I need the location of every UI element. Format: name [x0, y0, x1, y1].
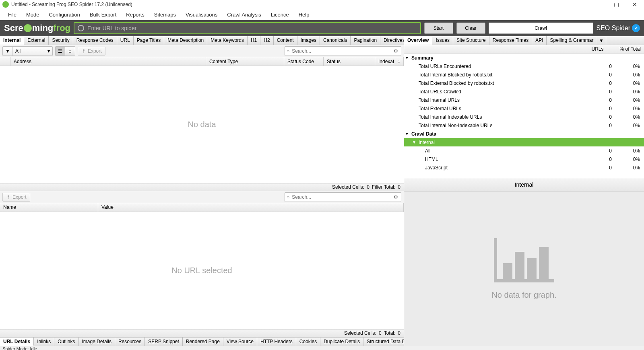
btab-http-headers[interactable]: HTTP Headers	[257, 338, 296, 346]
tree-row[interactable]: HTML00%	[404, 155, 644, 163]
tree-row[interactable]: Total External Blocked by robots.txt00%	[404, 79, 644, 87]
search-options-icon[interactable]: ⚙	[392, 194, 399, 201]
btab-url-details[interactable]: URL Details	[0, 338, 34, 346]
tree-row[interactable]: Total Internal URLs00%	[404, 96, 644, 104]
tab-external[interactable]: External	[24, 36, 49, 45]
search-input[interactable]	[290, 48, 392, 54]
main-statusline: Selected Cells:0 Filter Total:0	[0, 183, 404, 191]
sort-icon: ↕	[398, 59, 400, 64]
rtab-site-structure[interactable]: Site Structure	[453, 36, 489, 45]
list-view-button[interactable]: ☰	[56, 47, 65, 56]
btab-image-details[interactable]: Image Details	[79, 338, 115, 346]
lower-search-box[interactable]: ○ ⚙	[285, 192, 401, 202]
menu-bulk-export[interactable]: Bulk Export	[85, 10, 121, 19]
tree-row[interactable]: Total Internal Indexable URLs00%	[404, 113, 644, 121]
tab-content[interactable]: Content	[274, 36, 297, 45]
rtab-api[interactable]: API	[532, 36, 547, 45]
statusbar: Spider Mode: Idle	[0, 346, 644, 350]
col-content-type[interactable]: Content Type	[206, 57, 284, 66]
menu-help[interactable]: Help	[294, 10, 314, 19]
col-status-code[interactable]: Status Code	[284, 57, 324, 66]
tree-row[interactable]: Total URLs Crawled00%	[404, 87, 644, 96]
lower-search-input[interactable]	[290, 194, 392, 200]
col-index[interactable]	[0, 57, 10, 66]
tab-pagination[interactable]: Pagination	[351, 36, 380, 45]
rtab-spelling[interactable]: Spelling & Grammar	[547, 36, 597, 45]
col-name[interactable]: Name	[0, 203, 98, 212]
menu-crawl-analysis[interactable]: Crawl Analysis	[222, 10, 266, 19]
menu-sitemaps[interactable]: Sitemaps	[149, 10, 181, 19]
btab-view-source[interactable]: View Source	[223, 338, 257, 346]
chart-panel: Internal No data for graph.	[404, 178, 644, 346]
seo-spider-label: SEO Spider ✔	[597, 24, 640, 32]
export-icon: ⭱	[81, 48, 86, 54]
tab-response-codes[interactable]: Response Codes	[73, 36, 117, 45]
tree-row[interactable]: JavaScript00%	[404, 163, 644, 172]
tab-canonicals[interactable]: Canonicals	[320, 36, 351, 45]
tab-page-titles[interactable]: Page Titles	[134, 36, 164, 45]
menu-reports[interactable]: Reports	[121, 10, 149, 19]
twitter-icon[interactable]: ✔	[632, 24, 640, 32]
tree-row[interactable]: ▼Summary	[404, 54, 644, 62]
tab-meta-keywords[interactable]: Meta Keywords	[207, 36, 248, 45]
tree-row[interactable]: Total Internal Blocked by robots.txt00%	[404, 70, 644, 79]
menubar: File Mode Configuration Bulk Export Repo…	[0, 9, 644, 20]
start-button[interactable]: Start	[424, 23, 453, 34]
rtab-overflow[interactable]: ▼	[597, 36, 606, 45]
window-title: Untitled - Screaming Frog SEO Spider 17.…	[11, 2, 132, 7]
close-button[interactable]: ✕	[625, 0, 644, 9]
tree-row[interactable]: ▼Internal	[404, 138, 644, 146]
btab-cookies[interactable]: Cookies	[296, 338, 320, 346]
minimize-button[interactable]: —	[588, 0, 607, 9]
rtab-response-times[interactable]: Response Times	[489, 36, 532, 45]
filter-selector[interactable]: ▼ All ▾	[2, 46, 53, 56]
tree-row[interactable]: Total External URLs00%	[404, 104, 644, 113]
menu-configuration[interactable]: Configuration	[44, 10, 85, 19]
url-input-box[interactable]	[74, 22, 421, 34]
frog-icon	[24, 24, 32, 32]
crawl-dropdown[interactable]: Crawl	[489, 23, 593, 34]
tab-security[interactable]: Security	[49, 36, 73, 45]
btab-outlinks[interactable]: Outlinks	[54, 338, 78, 346]
clear-button[interactable]: Clear	[456, 23, 485, 34]
rtab-overview[interactable]: Overview	[404, 36, 432, 45]
titlebar: Untitled - Screaming Frog SEO Spider 17.…	[0, 0, 644, 9]
lower-statusline: Selected Cells:0 Total:0	[0, 329, 404, 337]
rtab-issues[interactable]: Issues	[432, 36, 453, 45]
btab-serp-snippet[interactable]: SERP Snippet	[145, 338, 183, 346]
tree-row[interactable]: ▼Crawl Data	[404, 130, 644, 138]
menu-licence[interactable]: Licence	[266, 10, 294, 19]
lower-export-button[interactable]: ⭱ Export	[2, 193, 30, 202]
col-status[interactable]: Status	[324, 57, 375, 66]
tree-view-button[interactable]: ⌂	[65, 47, 75, 56]
tree-row[interactable]: Total URLs Encountered00%	[404, 62, 644, 70]
menu-file[interactable]: File	[3, 10, 21, 19]
tab-internal[interactable]: Internal	[0, 36, 24, 45]
btab-duplicate-details[interactable]: Duplicate Details	[320, 338, 363, 346]
tab-url[interactable]: URL	[117, 36, 134, 45]
overview-tree[interactable]: ▼SummaryTotal URLs Encountered00%Total I…	[404, 54, 644, 178]
tab-images[interactable]: Images	[297, 36, 320, 45]
filter-bar: ▼ All ▾ ☰ ⌂ ⭱ Export ○ ⚙	[0, 45, 404, 57]
tree-row[interactable]: All00%	[404, 146, 644, 155]
bottom-tabs: URL Details Inlinks Outlinks Image Detai…	[0, 337, 404, 346]
url-input[interactable]	[87, 25, 417, 31]
tab-meta-description[interactable]: Meta Description	[164, 36, 207, 45]
toolbar: Scremingfrog Start Clear Crawl SEO Spide…	[0, 20, 644, 36]
btab-inlinks[interactable]: Inlinks	[34, 338, 54, 346]
btab-rendered-page[interactable]: Rendered Page	[183, 338, 223, 346]
tab-h1[interactable]: H1	[248, 36, 260, 45]
tree-row[interactable]: Total Internal Non-Indexable URLs00%	[404, 121, 644, 130]
export-button[interactable]: ⭱ Export	[78, 47, 105, 56]
btab-resources[interactable]: Resources	[115, 338, 145, 346]
maximize-button[interactable]: ▢	[607, 0, 625, 9]
col-indexability[interactable]: Indexat↕	[375, 57, 404, 66]
col-address[interactable]: Address	[10, 57, 206, 66]
menu-mode[interactable]: Mode	[21, 10, 44, 19]
search-box[interactable]: ○ ⚙	[285, 46, 401, 56]
col-value[interactable]: Value	[98, 203, 404, 212]
search-options-icon[interactable]: ⚙	[392, 47, 399, 55]
tab-h2[interactable]: H2	[260, 36, 273, 45]
menu-visualisations[interactable]: Visualisations	[181, 10, 222, 19]
right-tabs: Overview Issues Site Structure Response …	[404, 36, 644, 45]
